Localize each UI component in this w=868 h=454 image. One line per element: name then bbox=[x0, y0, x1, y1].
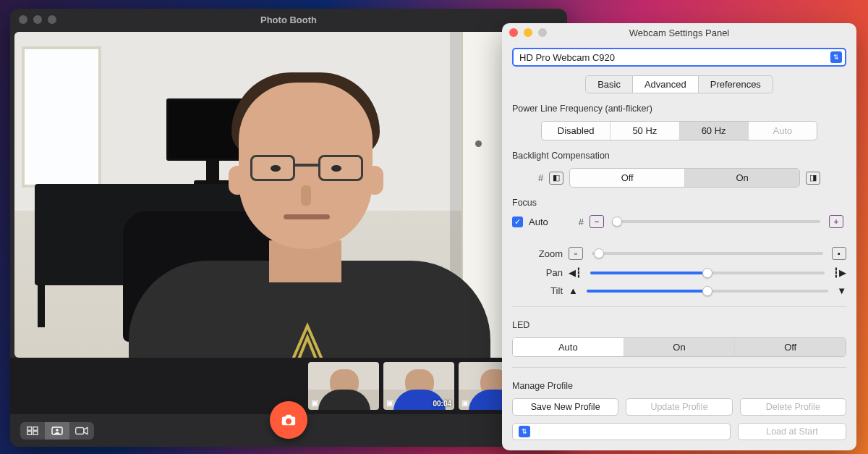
tab-basic[interactable]: Basic bbox=[585, 75, 633, 93]
zoom-label: Zoom bbox=[512, 248, 563, 259]
hash-icon: # bbox=[579, 217, 584, 227]
led-segmented: Auto On Off bbox=[512, 337, 846, 357]
chevron-updown-icon: ⇅ bbox=[519, 426, 530, 437]
backlight-off[interactable]: Off bbox=[570, 169, 684, 187]
backlight-high-icon: ◨ bbox=[806, 172, 820, 185]
pan-label: Pan bbox=[512, 267, 563, 278]
photo-booth-window: Photo Booth ▣ ▣ bbox=[10, 9, 567, 447]
single-mode-button[interactable] bbox=[45, 422, 69, 440]
pan-right-icon[interactable]: ┇▶ bbox=[833, 268, 846, 277]
led-off[interactable]: Off bbox=[734, 338, 846, 356]
pan-left-icon[interactable]: ◀┇ bbox=[569, 268, 582, 277]
powerline-50hz[interactable]: 50 Hz bbox=[610, 122, 678, 140]
webcam-settings-window: Webcam Settings Panel HD Pro Webcam C920… bbox=[502, 23, 856, 450]
tab-advanced[interactable]: Advanced bbox=[633, 75, 699, 93]
led-label: LED bbox=[512, 320, 846, 330]
save-profile-button[interactable]: Save New Profile bbox=[512, 398, 618, 416]
focus-label: Focus bbox=[512, 198, 846, 208]
powerline-auto: Auto bbox=[748, 122, 817, 140]
powerline-60hz[interactable]: 60 Hz bbox=[679, 122, 748, 140]
video-icon: ▣ bbox=[311, 398, 318, 408]
photo-booth-titlebar[interactable]: Photo Booth bbox=[10, 9, 567, 30]
tilt-up-icon[interactable]: ▲ bbox=[569, 286, 578, 295]
svg-rect-1 bbox=[33, 426, 38, 430]
settings-title: Webcam Settings Panel bbox=[502, 28, 856, 38]
focus-slider[interactable] bbox=[613, 220, 820, 223]
pan-slider[interactable] bbox=[590, 272, 825, 274]
svg-point-5 bbox=[56, 429, 58, 431]
camera-select-value: HD Pro Webcam C920 bbox=[519, 52, 830, 63]
settings-titlebar[interactable]: Webcam Settings Panel bbox=[502, 23, 856, 42]
svg-rect-2 bbox=[27, 431, 32, 434]
tilt-slider[interactable] bbox=[587, 290, 828, 293]
powerline-label: Power Line Frequency (anti-flicker) bbox=[512, 104, 846, 114]
chevron-updown-icon: ⇅ bbox=[830, 51, 842, 63]
zoom-in-icon[interactable]: ▪ bbox=[832, 247, 846, 260]
shutter-button[interactable] bbox=[270, 401, 307, 439]
video-icon: ▣ bbox=[386, 398, 393, 408]
grid-mode-button[interactable] bbox=[20, 422, 45, 440]
delete-profile-button: Delete Profile bbox=[740, 398, 846, 416]
tilt-down-icon[interactable]: ▼ bbox=[837, 286, 846, 295]
zoom-slider[interactable] bbox=[592, 252, 823, 255]
svg-rect-3 bbox=[33, 431, 38, 434]
backlight-label: Backlight Compensation bbox=[512, 151, 846, 161]
video-icon: ▣ bbox=[461, 398, 469, 408]
svg-rect-6 bbox=[76, 427, 84, 434]
focus-minus-icon[interactable]: − bbox=[590, 215, 604, 228]
load-at-start-button: Load at Start bbox=[738, 423, 846, 440]
update-profile-button: Update Profile bbox=[626, 398, 732, 416]
thumbnail[interactable]: ▣ bbox=[308, 362, 379, 410]
shirt-logo-icon bbox=[268, 321, 347, 358]
led-on[interactable]: On bbox=[624, 338, 735, 356]
glasses-icon bbox=[250, 155, 363, 181]
tilt-label: Tilt bbox=[512, 285, 563, 296]
camera-icon bbox=[281, 412, 297, 428]
focus-auto-checkbox[interactable]: ✓ bbox=[512, 217, 523, 227]
profile-select[interactable]: ⇅ bbox=[512, 423, 731, 440]
zoom-out-icon[interactable]: ▫ bbox=[569, 247, 583, 260]
photo-booth-toolbar: E bbox=[10, 414, 567, 447]
divider bbox=[512, 306, 846, 307]
svg-rect-0 bbox=[27, 426, 32, 430]
tab-preferences[interactable]: Preferences bbox=[699, 75, 773, 93]
hash-icon: # bbox=[538, 172, 543, 183]
focus-auto-label: Auto bbox=[529, 217, 548, 227]
focus-plus-icon[interactable]: + bbox=[829, 215, 843, 228]
tab-bar: Basic Advanced Preferences bbox=[512, 75, 846, 93]
backlight-on[interactable]: On bbox=[684, 169, 799, 187]
profile-label: Manage Profile bbox=[512, 381, 846, 391]
led-auto[interactable]: Auto bbox=[513, 338, 624, 356]
backlight-segmented: Off On bbox=[569, 168, 800, 188]
powerline-disabled[interactable]: Disabled bbox=[542, 122, 610, 140]
thumbnail[interactable]: ▣ 00:04 bbox=[383, 362, 454, 410]
powerline-segmented: Disabled 50 Hz 60 Hz Auto bbox=[541, 121, 817, 140]
mode-group bbox=[20, 422, 94, 440]
divider bbox=[512, 367, 846, 368]
backlight-low-icon: ◧ bbox=[549, 172, 563, 185]
photo-booth-title: Photo Booth bbox=[10, 14, 567, 25]
camera-preview bbox=[14, 32, 563, 358]
room-window bbox=[22, 46, 101, 188]
video-mode-button[interactable] bbox=[69, 422, 94, 440]
camera-select[interactable]: HD Pro Webcam C920 ⇅ bbox=[512, 48, 846, 67]
